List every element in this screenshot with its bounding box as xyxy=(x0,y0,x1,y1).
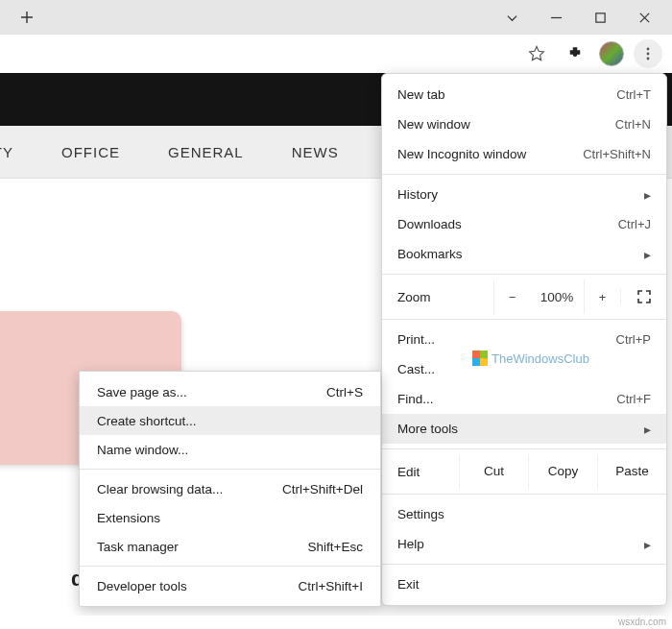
menu-item-exit[interactable]: Exit xyxy=(382,569,666,599)
edit-label: Edit xyxy=(382,465,459,479)
svg-point-3 xyxy=(647,57,650,60)
fullscreen-button[interactable] xyxy=(620,289,666,304)
submenu-item-task-manager[interactable]: Task managerShift+Esc xyxy=(80,532,380,561)
image-credit: wsxdn.com xyxy=(0,616,666,629)
submenu-item-create-shortcut[interactable]: Create shortcut... xyxy=(80,406,380,435)
menu-separator xyxy=(80,469,380,470)
maximize-button[interactable] xyxy=(578,0,622,35)
menu-separator xyxy=(382,564,666,565)
menu-item-more-tools[interactable]: More tools▸ xyxy=(382,414,666,444)
close-button[interactable] xyxy=(622,0,666,35)
menu-item-new-window[interactable]: New windowCtrl+N xyxy=(382,109,666,139)
zoom-label: Zoom xyxy=(382,290,493,304)
minimize-button[interactable] xyxy=(534,0,578,35)
chevron-right-icon: ▸ xyxy=(644,537,651,552)
menu-item-print[interactable]: Print...Ctrl+P xyxy=(382,325,666,354)
zoom-out-button[interactable]: − xyxy=(493,279,530,314)
menu-separator xyxy=(382,319,666,320)
paste-button[interactable]: Paste xyxy=(597,454,666,489)
chevron-right-icon: ▸ xyxy=(644,247,651,262)
copy-button[interactable]: Copy xyxy=(528,454,597,489)
menu-item-new-tab[interactable]: New tabCtrl+T xyxy=(382,80,666,109)
extensions-icon[interactable] xyxy=(561,39,589,68)
menu-edit-row: Edit Cut Copy Paste xyxy=(382,454,666,489)
svg-rect-0 xyxy=(595,12,604,21)
menu-separator xyxy=(382,448,666,449)
svg-point-2 xyxy=(647,52,650,55)
main-menu-button[interactable] xyxy=(634,39,662,68)
menu-item-settings[interactable]: Settings xyxy=(382,499,666,529)
nav-item[interactable]: GENERAL xyxy=(168,144,244,160)
chevron-right-icon: ▸ xyxy=(644,422,651,437)
submenu-item-developer-tools[interactable]: Developer toolsCtrl+Shift+I xyxy=(80,571,380,600)
submenu-item-name-window[interactable]: Name window... xyxy=(80,435,380,464)
nav-item[interactable]: OFFICE xyxy=(61,144,120,160)
menu-separator xyxy=(382,174,666,175)
menu-item-help[interactable]: Help▸ xyxy=(382,529,666,559)
window-titlebar xyxy=(0,0,672,35)
menu-item-downloads[interactable]: DownloadsCtrl+J xyxy=(382,209,666,239)
menu-item-find[interactable]: Find...Ctrl+F xyxy=(382,384,666,414)
menu-item-new-incognito[interactable]: New Incognito windowCtrl+Shift+N xyxy=(382,139,666,169)
more-tools-submenu: Save page as...Ctrl+S Create shortcut...… xyxy=(79,371,381,607)
browser-main-menu: New tabCtrl+T New windowCtrl+N New Incog… xyxy=(381,73,667,606)
submenu-item-extensions[interactable]: Extensions xyxy=(80,503,380,532)
menu-separator xyxy=(382,494,666,495)
menu-item-bookmarks[interactable]: Bookmarks▸ xyxy=(382,239,666,269)
tab-search-button[interactable] xyxy=(490,0,534,35)
menu-item-cast[interactable]: Cast... xyxy=(382,354,666,384)
submenu-item-save-page[interactable]: Save page as...Ctrl+S xyxy=(80,377,380,406)
cut-button[interactable]: Cut xyxy=(459,454,528,489)
svg-point-1 xyxy=(647,47,650,50)
menu-separator xyxy=(80,566,380,567)
nav-item[interactable]: URITY xyxy=(0,144,13,160)
submenu-item-clear-data[interactable]: Clear browsing data...Ctrl+Shift+Del xyxy=(80,474,380,503)
profile-avatar[interactable] xyxy=(599,41,624,66)
zoom-in-button[interactable]: + xyxy=(584,279,620,314)
zoom-percent: 100% xyxy=(530,290,584,304)
browser-toolbar xyxy=(0,35,672,73)
nav-item[interactable]: NEWS xyxy=(292,144,339,160)
menu-item-history[interactable]: History▸ xyxy=(382,180,666,209)
bookmark-star-icon[interactable] xyxy=(522,39,551,68)
menu-separator xyxy=(382,274,666,275)
chevron-right-icon: ▸ xyxy=(644,187,651,203)
menu-zoom-row: Zoom − 100% + xyxy=(382,279,666,314)
new-tab-button[interactable] xyxy=(13,4,40,31)
